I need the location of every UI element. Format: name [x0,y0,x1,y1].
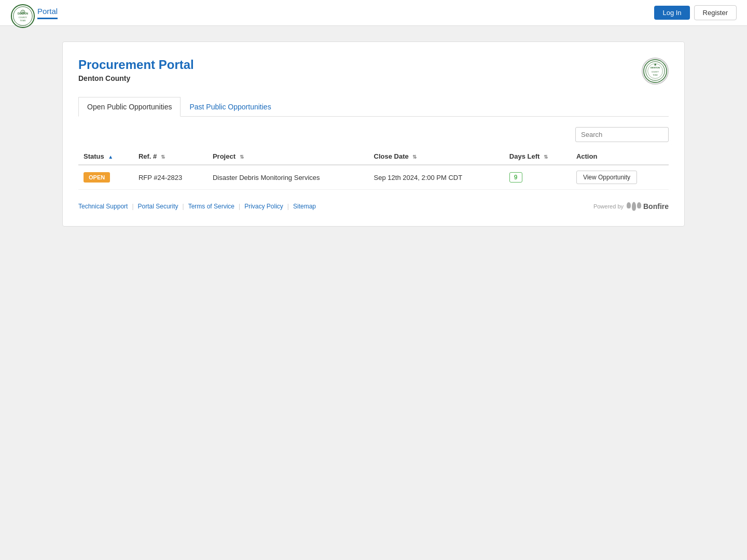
search-area [78,127,669,142]
main-content: Procurement Portal Denton County DENTON … [0,26,747,242]
svg-text:TEXAS: TEXAS [653,74,658,76]
view-opportunity-button[interactable]: View Opportunity [576,171,637,184]
col-project[interactable]: Project ⇅ [208,148,369,165]
svg-text:COUNTY: COUNTY [19,16,27,18]
sort-close-date-icon: ⇅ [412,154,417,160]
table-header-row: Status ▲ Ref. # ⇅ Project ⇅ Close Date ⇅ [78,148,669,165]
cell-action: View Opportunity [571,165,669,190]
footer-link-terms[interactable]: Terms of Service [188,203,234,210]
footer-divider-2: | [183,203,184,210]
cell-ref: RFP #24-2823 [133,165,208,190]
footer-divider-3: | [239,203,240,210]
login-button[interactable]: Log In [654,6,689,20]
svg-text:★: ★ [654,63,657,66]
tab-open-public[interactable]: Open Public Opportunities [78,97,181,117]
powered-by-text: Powered by [593,203,624,209]
col-status[interactable]: Status ▲ [78,148,133,165]
bonfire-flames-icon [627,203,641,210]
opportunities-table: Status ▲ Ref. # ⇅ Project ⇅ Close Date ⇅ [78,148,669,190]
cell-status: OPEN [78,165,133,190]
tabs-container: Open Public Opportunities Past Public Op… [78,97,669,117]
portal-card: Procurement Portal Denton County DENTON … [62,41,685,227]
svg-text:DENTON: DENTON [651,66,660,69]
sort-project-icon: ⇅ [240,154,244,160]
cell-project: Disaster Debris Monitoring Services [208,165,369,190]
bonfire-logo: Bonfire [627,202,669,211]
sort-ref-icon: ⇅ [161,154,165,160]
sort-status-icon: ▲ [108,154,113,160]
cell-close-date: Sep 12th 2024, 2:00 PM CDT [369,165,504,190]
svg-text:TEXAS: TEXAS [20,19,26,21]
portal-header: Procurement Portal Denton County DENTON … [78,58,669,85]
search-input[interactable] [575,127,669,142]
col-close-date[interactable]: Close Date ⇅ [369,148,504,165]
col-action: Action [571,148,669,165]
footer-link-sitemap[interactable]: Sitemap [293,203,316,210]
portal-title-area: Procurement Portal Denton County [78,58,194,82]
sort-days-left-icon: ⇅ [544,154,548,160]
tab-past-public[interactable]: Past Public Opportunities [181,97,280,117]
portal-nav-link[interactable]: Portal [37,7,58,19]
footer-divider-1: | [132,203,133,210]
nav-buttons: Log In Register [654,5,737,20]
status-badge: OPEN [84,172,110,183]
portal-subtitle: Denton County [78,74,194,82]
col-ref[interactable]: Ref. # ⇅ [133,148,208,165]
register-button[interactable]: Register [694,5,737,20]
footer-divider-4: | [287,203,289,210]
bonfire-name-label: Bonfire [643,202,669,211]
svg-text:COUNTY: COUNTY [652,71,659,73]
footer-link-privacy[interactable]: Privacy Policy [244,203,283,210]
portal-title: Procurement Portal [78,58,194,72]
footer-link-portal-security[interactable]: Portal Security [138,203,178,210]
col-days-left[interactable]: Days Left ⇅ [504,148,571,165]
footer-links: Technical Support | Portal Security | Te… [78,202,669,211]
portal-seal: DENTON COUNTY TEXAS ★ [642,58,669,85]
days-left-badge: 9 [509,172,522,183]
nav-logo: DENTON COUNTY TEXAS ★ [10,4,29,22]
table-row: OPEN RFP #24-2823 Disaster Debris Monito… [78,165,669,190]
footer-link-technical-support[interactable]: Technical Support [78,203,128,210]
top-navigation: DENTON COUNTY TEXAS ★ Portal Log In Regi… [0,0,747,26]
powered-by: Powered by Bonfire [593,202,669,211]
cell-days-left: 9 [504,165,571,190]
